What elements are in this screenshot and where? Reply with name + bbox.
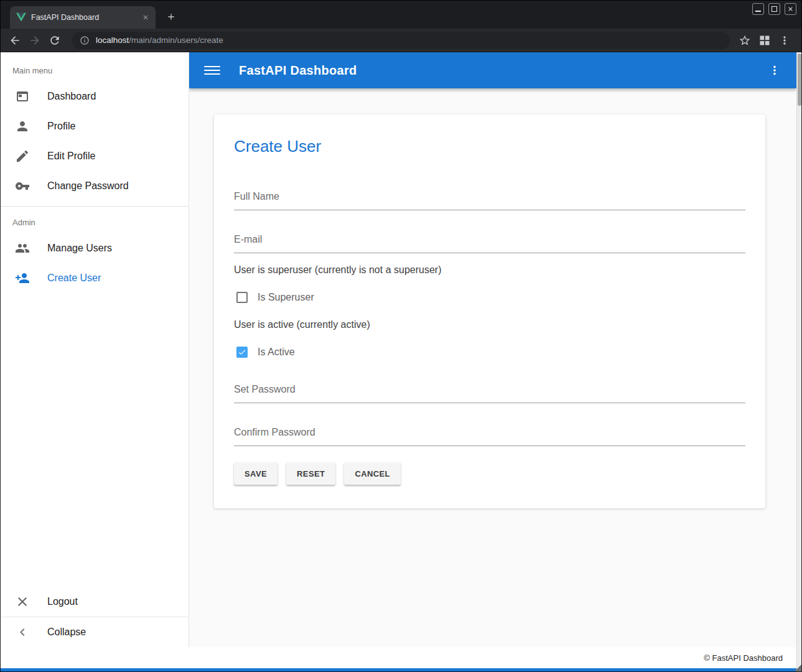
content-area: Create User User is superuser (currently… — [189, 88, 796, 647]
sidebar-item-manage-users[interactable]: Manage Users — [0, 233, 189, 263]
browser-menu-icon[interactable] — [776, 32, 793, 49]
bookmark-star-icon[interactable] — [736, 32, 753, 49]
browser-titlebar: FastAPI Dashboard — [0, 0, 802, 29]
address-bar[interactable]: localhost/main/admin/users/create — [72, 32, 730, 49]
sidebar-item-label: Collapse — [47, 627, 86, 638]
reload-button[interactable] — [46, 32, 63, 49]
url-path: /main/admin/users/create — [129, 35, 223, 45]
person-add-icon — [15, 271, 30, 286]
is-active-checkbox[interactable] — [236, 347, 248, 358]
hamburger-menu-icon[interactable] — [204, 63, 220, 78]
sidebar-item-label: Logout — [47, 596, 78, 607]
pencil-icon — [15, 149, 30, 164]
page-title: Create User — [234, 137, 745, 156]
sidebar: Main menu Dashboard Profile Edit Profile… — [0, 52, 189, 647]
tab-title: FastAPI Dashboard — [31, 13, 140, 22]
person-icon — [15, 119, 30, 134]
sidebar-bottom: Logout Collapse — [0, 587, 189, 647]
site-info-icon[interactable] — [80, 35, 90, 45]
sidebar-item-label: Manage Users — [47, 243, 112, 254]
scrollbar-thumb[interactable] — [798, 54, 801, 106]
confirm-password-input[interactable] — [234, 422, 745, 446]
sidebar-item-create-user[interactable]: Create User — [0, 263, 189, 293]
close-icon — [15, 594, 30, 609]
window-controls — [752, 3, 796, 15]
active-hint: User is active (currently active) — [234, 319, 745, 330]
email-field — [234, 229, 745, 253]
sidebar-item-label: Create User — [47, 273, 101, 284]
set-password-input[interactable] — [234, 379, 745, 403]
reset-button[interactable]: RESET — [286, 462, 335, 485]
window-maximize-button[interactable] — [768, 3, 780, 15]
new-tab-button[interactable] — [163, 9, 179, 25]
kebab-menu-icon[interactable] — [767, 62, 783, 78]
sidebar-item-collapse[interactable]: Collapse — [0, 617, 189, 647]
vertical-scrollbar[interactable] — [796, 52, 802, 672]
sidebar-item-edit-profile[interactable]: Edit Profile — [0, 141, 189, 171]
save-button[interactable]: SAVE — [234, 462, 277, 485]
app-title: FastAPI Dashboard — [239, 63, 357, 78]
sidebar-item-label: Dashboard — [47, 91, 96, 102]
copyright-text: © FastAPI Dashboard — [704, 653, 783, 663]
sidebar-item-change-password[interactable]: Change Password — [0, 171, 189, 201]
vuetify-logo-icon — [16, 12, 26, 22]
active-check-row[interactable]: Is Active — [234, 347, 745, 358]
window-close-button[interactable] — [785, 3, 796, 15]
main-area: FastAPI Dashboard Create User User is su… — [189, 52, 796, 647]
sidebar-divider — [0, 206, 189, 207]
sidebar-item-logout[interactable]: Logout — [0, 587, 189, 617]
sidebar-item-label: Profile — [47, 121, 75, 132]
sidebar-item-label: Change Password — [47, 180, 129, 192]
form-actions: SAVE RESET CANCEL — [234, 462, 745, 485]
back-button[interactable] — [6, 32, 24, 49]
page: Main menu Dashboard Profile Edit Profile… — [0, 52, 796, 672]
window-resize-grip[interactable] — [795, 665, 801, 671]
active-checkbox-label: Is Active — [258, 347, 295, 358]
superuser-checkbox-label: Is Superuser — [258, 292, 314, 303]
sidebar-section-main: Main menu — [0, 52, 189, 82]
extensions-icon[interactable] — [756, 32, 773, 49]
page-footer: © FastAPI Dashboard — [0, 647, 796, 668]
sidebar-item-profile[interactable]: Profile — [0, 111, 189, 141]
cancel-button[interactable]: CANCEL — [344, 462, 401, 485]
full-name-input[interactable] — [234, 186, 745, 210]
sidebar-item-label: Edit Profile — [47, 151, 95, 162]
window-minimize-button[interactable] — [752, 3, 764, 15]
people-icon — [15, 241, 30, 256]
browser-toolbar: localhost/main/admin/users/create — [0, 29, 802, 52]
chevron-left-icon — [15, 625, 30, 640]
create-user-card: Create User User is superuser (currently… — [214, 114, 765, 508]
superuser-hint: User is superuser (currently is not a su… — [234, 264, 745, 276]
sidebar-item-dashboard[interactable]: Dashboard — [0, 82, 189, 111]
dashboard-icon — [15, 89, 30, 104]
confirm-password-field — [234, 422, 745, 446]
url-text: localhost/main/admin/users/create — [96, 35, 223, 45]
key-icon — [15, 179, 30, 194]
set-password-field — [234, 379, 745, 403]
browser-tab[interactable]: FastAPI Dashboard — [10, 6, 156, 29]
url-host: localhost — [96, 35, 129, 45]
is-superuser-checkbox[interactable] — [236, 292, 248, 303]
tab-close-icon[interactable] — [140, 12, 151, 23]
app-bar: FastAPI Dashboard — [189, 52, 796, 88]
footer-accent-strip — [0, 668, 796, 672]
superuser-check-row[interactable]: Is Superuser — [234, 292, 745, 303]
sidebar-section-admin: Admin — [0, 212, 189, 233]
email-input[interactable] — [234, 229, 745, 253]
full-name-field — [234, 186, 745, 210]
forward-button[interactable] — [26, 32, 44, 49]
